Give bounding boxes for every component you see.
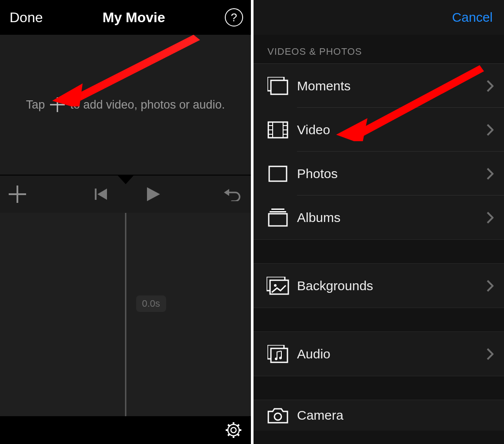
row-label: Camera [294,408,494,423]
help-icon: ? [231,11,237,24]
media-browser-header: Cancel [254,0,504,35]
row-photos[interactable]: Photos [254,152,504,195]
hint-text-pre: Tap [26,98,45,112]
play-icon [145,186,161,202]
skip-back-icon [95,188,108,201]
section-header-videos-photos: VIDEOS & PHOTOS [254,35,504,63]
moments-icon [267,77,288,95]
playhead-line [125,213,126,417]
chevron-right-icon [487,280,494,292]
row-albums[interactable]: Albums [254,195,504,239]
svg-point-37 [279,357,282,359]
svg-marker-2 [147,187,160,201]
section-gap [254,308,504,332]
row-label: Audio [294,347,487,361]
camera-icon [267,407,288,424]
undo-icon [224,187,241,201]
media-extra-list-2: Audio [254,332,504,376]
svg-rect-9 [239,429,241,431]
gear-icon [226,422,241,438]
row-label: Video [294,123,487,137]
svg-rect-30 [269,214,287,226]
row-camera[interactable]: Camera [254,400,504,431]
chevron-right-icon [487,168,494,180]
svg-marker-3 [224,189,229,196]
timeline[interactable]: 0.0s [0,213,251,417]
svg-point-33 [274,284,277,287]
media-extra-list-3: Camera [254,400,504,431]
project-title: My Movie [103,10,165,26]
row-label: Moments [294,79,487,93]
backgrounds-icon [267,277,289,295]
editor-header: Done My Movie ? [0,0,251,35]
chevron-right-icon [487,348,494,360]
row-label: Photos [294,166,487,181]
audio-icon [267,345,288,363]
svg-rect-10 [237,424,240,427]
playhead-notch [117,175,134,184]
svg-point-38 [274,413,281,420]
settings-button[interactable] [226,422,241,438]
row-video[interactable]: Video [254,108,504,152]
row-audio[interactable]: Audio [254,332,504,376]
row-moments[interactable]: Moments [254,64,504,108]
svg-rect-0 [95,189,97,200]
photo-icon [268,166,287,182]
help-button[interactable]: ? [225,8,243,27]
media-browser-pane: Cancel VIDEOS & PHOTOS Moments [254,0,504,444]
play-button[interactable] [145,186,161,202]
svg-rect-13 [237,433,240,436]
editor-pane: Done My Movie ? Tap to add video, photos… [0,0,251,444]
section-gap [254,239,504,264]
cancel-button[interactable]: Cancel [452,10,493,25]
svg-rect-29 [270,211,286,212]
chevron-right-icon [487,80,494,92]
plus-icon[interactable] [50,97,65,112]
svg-rect-11 [227,433,230,436]
row-backgrounds[interactable]: Backgrounds [254,264,504,308]
bottom-bar [0,416,251,444]
svg-rect-6 [233,422,234,425]
media-extra-list-1: Backgrounds [254,264,504,308]
preview-area: Tap to add video, photos or audio. [0,35,251,175]
svg-marker-1 [97,189,107,200]
row-label: Albums [294,210,487,225]
add-media-hint: Tap to add video, photos or audio. [26,97,225,112]
chevron-right-icon [487,212,494,224]
albums-icon [268,209,288,227]
hint-text-post: to add video, photos or audio. [70,98,225,112]
chevron-right-icon [487,124,494,136]
svg-point-4 [231,427,236,433]
svg-rect-27 [269,166,287,181]
section-gap [254,376,504,400]
svg-rect-28 [271,209,284,210]
svg-point-36 [275,358,277,360]
svg-rect-7 [233,435,234,438]
row-label: Backgrounds [294,278,487,293]
svg-rect-35 [271,348,287,362]
time-indicator: 0.0s [136,295,167,312]
undo-button[interactable] [224,187,241,201]
add-media-button[interactable] [9,186,26,203]
svg-rect-17 [271,80,287,94]
timeline-controls [0,175,251,213]
film-icon [267,121,288,139]
skip-to-start-button[interactable] [95,188,108,201]
media-category-list: Moments Video [254,64,504,239]
done-button[interactable]: Done [10,10,43,26]
svg-rect-8 [226,429,228,431]
svg-rect-12 [227,424,230,427]
